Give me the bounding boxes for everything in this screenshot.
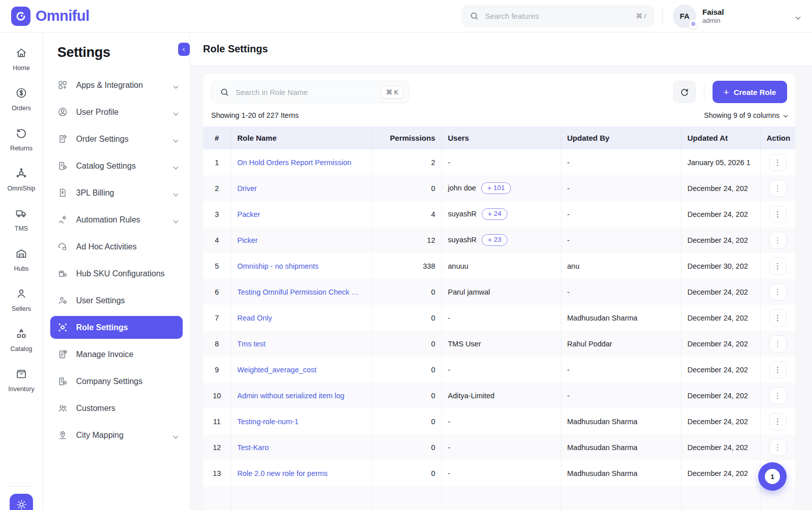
sidebar-item-ad-hoc-activities[interactable]: Ad Hoc Activities (43, 233, 190, 260)
sidebar-item-3pl-billing[interactable]: 3PL Billing (43, 179, 190, 206)
role-name-link[interactable]: Testing-role-num-1 (238, 418, 365, 426)
row-actions-kebab-button[interactable]: ⋮ (769, 413, 787, 430)
row-actions-kebab-button[interactable]: ⋮ (769, 335, 787, 353)
notification-fab[interactable]: 1 (758, 462, 787, 491)
global-search-shortcut: ⌘ / (636, 12, 646, 20)
row-number: 12 (203, 434, 231, 460)
row-number: 10 (203, 382, 231, 408)
sidebar-item-role-settings[interactable]: Role Settings (50, 316, 183, 339)
sidebar-item-automation-rules[interactable]: Automation Rules (43, 206, 190, 233)
table-row: 10 Admin without serialized item log 0 A… (203, 382, 795, 408)
user-role: admin (702, 17, 724, 24)
col-header-num: # (203, 126, 231, 149)
userProfile-icon (57, 107, 68, 117)
settings-gear-button[interactable] (10, 494, 33, 510)
sidebar-item-manage-invoice[interactable]: Manage Invoice (43, 341, 190, 368)
updated-at: December 24, 202 (681, 434, 760, 460)
updated-by: - (561, 357, 681, 382)
brand-logo[interactable]: Omniful (11, 7, 89, 26)
sellers-icon (15, 288, 27, 302)
row-actions-kebab-button[interactable]: ⋮ (769, 258, 787, 275)
role-name-link[interactable]: Picker (238, 236, 365, 244)
more-users-badge[interactable]: +24 (482, 208, 507, 220)
rail-item-sellers[interactable]: Sellers (0, 288, 43, 312)
user-info: Faisal admin (702, 8, 724, 25)
role-search[interactable]: ⌘ K (211, 81, 409, 103)
role-name-link[interactable]: On Hold Orders Report Permission (238, 158, 365, 167)
row-actions-kebab-button[interactable]: ⋮ (769, 361, 787, 378)
omniful-logo-icon (11, 7, 30, 26)
role-name-link[interactable]: Read Only (238, 314, 365, 322)
sidebar-item-user-profile[interactable]: User Profile (43, 99, 190, 125)
global-search-input[interactable] (485, 12, 630, 20)
chevron-down-icon (174, 81, 178, 90)
create-role-button[interactable]: + Create Role (713, 81, 787, 103)
sidebar-item-apps-integration[interactable]: Apps & Integration (43, 72, 190, 99)
plus-icon: + (724, 87, 729, 97)
sidebar-item-catalog-settings[interactable]: Catalog Settings (43, 152, 190, 179)
user-cell-text: - (448, 158, 451, 167)
columns-selector[interactable]: Showing 9 of 9 columns (704, 111, 787, 119)
more-users-badge[interactable]: +101 (481, 182, 511, 195)
role-name-link[interactable]: Packer (238, 210, 365, 218)
updated-at: December 24, 202 (681, 408, 760, 434)
role-search-shortcut: ⌘ K (381, 86, 403, 99)
row-actions-kebab-button[interactable]: ⋮ (769, 180, 787, 197)
updated-at: December 24, 202 (681, 331, 760, 357)
rail-item-hubs[interactable]: Hubs (0, 247, 43, 272)
page-titlebar: Role Settings (190, 33, 812, 66)
sidebar-item-customers[interactable]: Customers (43, 395, 190, 422)
role-name-link[interactable]: Role 2.0 new role for perms (238, 469, 365, 477)
role-name-link[interactable]: Weighted_average_cost (238, 366, 365, 374)
role-name-link[interactable]: Driver (238, 184, 365, 193)
rail-item-omniship[interactable]: OmniShip (0, 167, 43, 192)
row-number: 3 (203, 201, 231, 227)
updated-at: December 24, 202 (681, 201, 760, 227)
permissions-count: 0 (371, 408, 442, 434)
updated-by: Madhusudan Sharma (561, 305, 681, 331)
rail-item-tms[interactable]: TMS (0, 207, 43, 232)
row-actions-kebab-button[interactable]: ⋮ (769, 154, 787, 171)
updated-at: December 24, 202 (681, 460, 760, 486)
row-actions-kebab-button[interactable]: ⋮ (769, 309, 787, 327)
updated-at: December 24, 202 (681, 382, 760, 408)
permissions-count: 338 (371, 253, 442, 279)
updated-at: December 24, 202 (681, 175, 760, 201)
user-menu[interactable]: FA ⚙ Faisal admin (673, 5, 800, 28)
role-name-link[interactable]: Omniship - no shipments (238, 262, 365, 270)
user-cell-text: suyashR (448, 210, 477, 218)
permissions-count: 0 (371, 331, 442, 357)
col-header-updated-by: Updated By (561, 126, 681, 149)
role-name-link[interactable]: Tms test (238, 340, 365, 348)
rail-item-inventory[interactable]: Inventory (0, 368, 43, 393)
row-number: 4 (203, 227, 231, 253)
role-name-link[interactable]: Test-Karo (238, 443, 365, 452)
sidebar-item-hub-sku-configurations[interactable]: Hub SKU Configurations (43, 260, 190, 287)
chevron-down-icon (784, 113, 788, 117)
rail-item-catalog[interactable]: Catalog (0, 328, 43, 353)
refresh-button[interactable] (673, 81, 696, 103)
user-menu-chevron-down-icon[interactable] (796, 12, 800, 21)
row-actions-kebab-button[interactable]: ⋮ (769, 387, 787, 404)
chevron-down-icon (174, 108, 178, 117)
role-name-link[interactable]: Admin without serialized item log (238, 392, 365, 400)
global-search[interactable]: ⌘ / (461, 5, 654, 27)
more-users-badge[interactable]: +23 (482, 234, 507, 246)
sidebar-item-city-mapping[interactable]: City Mapping (43, 422, 190, 449)
role-name-link[interactable]: Testing Omniful Permission Check … (238, 288, 365, 296)
sidebar-item-order-settings[interactable]: Order Settings (43, 125, 190, 152)
sidebar-item-user-settings[interactable]: User Settings (43, 287, 190, 314)
rail-item-returns[interactable]: Returns (0, 127, 43, 152)
sidebar-item-company-settings[interactable]: Company Settings (43, 368, 190, 395)
rail-item-orders[interactable]: Orders (0, 87, 43, 112)
row-actions-kebab-button[interactable]: ⋮ (769, 439, 787, 456)
omniship-icon (15, 167, 27, 181)
row-actions-kebab-button[interactable]: ⋮ (769, 206, 787, 223)
row-actions-kebab-button[interactable]: ⋮ (769, 232, 787, 249)
permissions-count: 0 (371, 305, 442, 331)
panel-collapse-button[interactable] (178, 43, 190, 56)
role-search-input[interactable] (235, 88, 375, 97)
row-actions-kebab-button[interactable]: ⋮ (769, 283, 787, 301)
rail-item-home[interactable]: Home (0, 47, 43, 72)
avatar: FA ⚙ (673, 5, 696, 28)
